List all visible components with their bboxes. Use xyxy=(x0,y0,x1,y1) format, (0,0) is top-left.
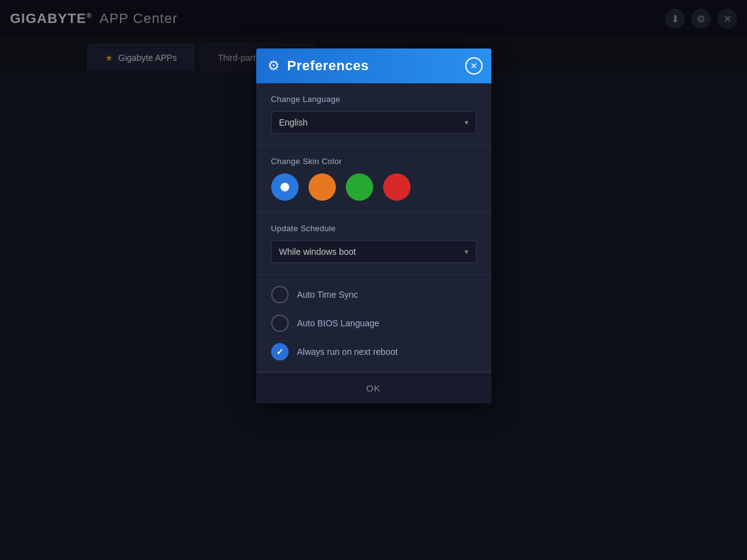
color-blue[interactable] xyxy=(271,173,299,201)
dialog-title: Preferences xyxy=(287,58,369,74)
auto-bios-language-row: Auto BIOS Language xyxy=(271,314,476,332)
language-dropdown-arrow: ▾ xyxy=(465,118,468,127)
ok-section: OK xyxy=(256,372,491,403)
update-schedule-dropdown-arrow: ▾ xyxy=(465,247,468,256)
update-schedule-label: Update Schedule xyxy=(271,224,476,233)
update-schedule-dropdown[interactable]: While windows boot ▾ xyxy=(271,241,476,263)
skin-color-section: Change Skin Color xyxy=(256,145,491,213)
language-section: Change Language English ▾ xyxy=(256,83,491,145)
color-green[interactable] xyxy=(346,173,373,201)
color-circles xyxy=(271,173,476,201)
language-dropdown[interactable]: English ▾ xyxy=(271,111,476,134)
options-section: Auto Time Sync Auto BIOS Language Always… xyxy=(256,275,491,372)
language-selected-value: English xyxy=(279,117,308,127)
dialog-header: ⚙ Preferences ✕ xyxy=(256,48,491,83)
always-run-next-reboot-checkbox[interactable] xyxy=(271,343,289,360)
auto-time-sync-row: Auto Time Sync xyxy=(271,286,476,303)
always-run-next-reboot-label: Always run on next reboot xyxy=(297,347,398,357)
ok-button[interactable]: OK xyxy=(366,383,381,393)
skin-color-label: Change Skin Color xyxy=(271,157,476,166)
auto-time-sync-label: Auto Time Sync xyxy=(297,290,358,300)
language-label: Change Language xyxy=(271,94,476,104)
preferences-dialog: ⚙ Preferences ✕ Change Language English … xyxy=(256,48,491,403)
auto-time-sync-checkbox[interactable] xyxy=(271,286,289,303)
update-schedule-selected-value: While windows boot xyxy=(279,247,356,257)
dialog-close-button[interactable]: ✕ xyxy=(465,57,483,75)
auto-bios-language-checkbox[interactable] xyxy=(271,314,289,332)
preferences-gear-icon: ⚙ xyxy=(267,58,280,74)
color-red[interactable] xyxy=(383,173,411,201)
color-orange[interactable] xyxy=(309,173,336,201)
update-schedule-section: Update Schedule While windows boot ▾ xyxy=(256,213,491,275)
always-run-next-reboot-row: Always run on next reboot xyxy=(271,343,476,360)
auto-bios-language-label: Auto BIOS Language xyxy=(297,318,379,328)
